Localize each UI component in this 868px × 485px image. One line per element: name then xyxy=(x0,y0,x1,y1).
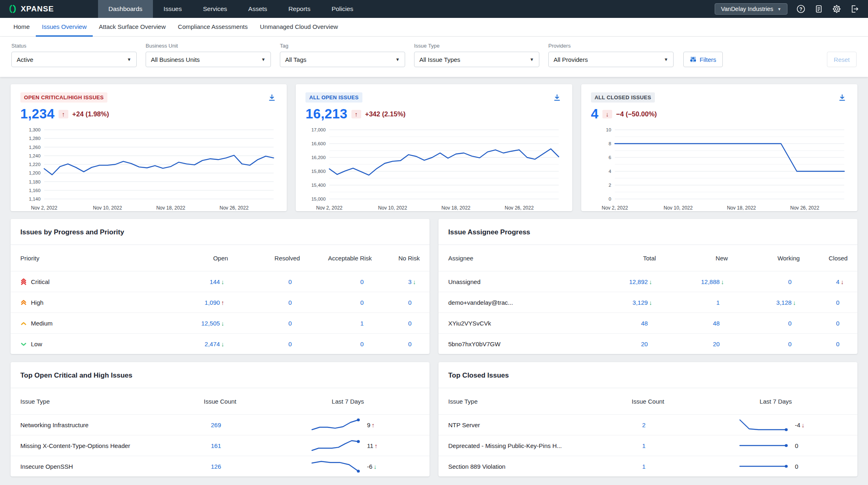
count-link[interactable]: 0 xyxy=(408,299,412,306)
count-link[interactable]: 1 xyxy=(642,442,646,449)
count-link[interactable]: 20 xyxy=(713,341,720,347)
tag-select[interactable]: All Tags▼ xyxy=(280,52,405,67)
value-cell: 0 xyxy=(728,320,800,327)
account-menu-button[interactable]: VanDelay Industries ▼ xyxy=(715,3,787,15)
value-cell: 0 xyxy=(228,299,300,306)
download-icon[interactable] xyxy=(837,92,848,103)
count-link[interactable]: 2 xyxy=(642,422,646,428)
table-body: NTP Server2-4↓Deprecated - Missing Publi… xyxy=(438,414,857,476)
table-row: Medium12,505↓010 xyxy=(11,312,430,333)
table-body: Networking Infrastructure2699↑Missing X-… xyxy=(11,414,430,476)
kpi-line-chart: 17,00016,60016,20015,80015,40015,000Nov … xyxy=(305,126,562,213)
count-link[interactable]: 1,090 xyxy=(205,299,220,306)
svg-text:8: 8 xyxy=(608,141,611,146)
trend-value: 0 xyxy=(795,442,813,449)
count-link[interactable]: 1 xyxy=(716,299,720,306)
count-link[interactable]: 161 xyxy=(211,442,221,449)
filter-issue-type-label: Issue Type xyxy=(414,43,539,49)
count-link[interactable]: 48 xyxy=(713,320,720,327)
count-link[interactable]: 48 xyxy=(641,320,648,327)
filter-tag: Tag All Tags▼ xyxy=(280,43,405,67)
sparkline xyxy=(310,439,360,452)
filter-providers-label: Providers xyxy=(548,43,674,49)
filter-status-label: Status xyxy=(11,43,137,49)
count-link[interactable]: 0 xyxy=(836,320,840,327)
count-link[interactable]: 3,128 xyxy=(776,299,792,306)
status-select[interactable]: Active▼ xyxy=(11,52,137,67)
issue-type-select[interactable]: All Issue Types▼ xyxy=(414,52,539,67)
download-icon[interactable] xyxy=(266,92,277,103)
count-link[interactable]: 0 xyxy=(288,299,292,306)
value-cell: 0 xyxy=(728,278,800,285)
svg-text:Nov 2, 2022: Nov 2, 2022 xyxy=(31,205,57,211)
count-link[interactable]: 4 xyxy=(836,278,840,285)
logout-icon[interactable] xyxy=(850,4,859,13)
count-link[interactable]: 0 xyxy=(836,341,840,347)
count-link[interactable]: 1 xyxy=(360,320,364,327)
help-icon[interactable]: ? xyxy=(796,4,805,13)
tab-issues-overview[interactable]: Issues Overview xyxy=(36,18,93,37)
nav-item-issues[interactable]: Issues xyxy=(153,0,192,18)
filter-bar: Status Active▼ Business Unit All Busines… xyxy=(0,37,868,77)
svg-text:Nov 2, 2022: Nov 2, 2022 xyxy=(316,205,343,211)
kpi-value: 16,213 xyxy=(305,106,347,122)
value-cell: 2,474↓ xyxy=(140,341,228,347)
last-7-days-cell: -4↓ xyxy=(704,418,848,432)
count-link[interactable]: 0 xyxy=(360,341,364,347)
tab-unmanaged-cloud-overview[interactable]: Unmanaged Cloud Overview xyxy=(254,18,344,37)
count-link[interactable]: 12,888 xyxy=(701,278,720,285)
table-row: 5bno7hxY0bV7GW202000 xyxy=(438,333,857,354)
settings-icon[interactable] xyxy=(832,4,841,13)
top-closed-issues-card: Top Closed Issues Issue Type Issue Count… xyxy=(438,362,857,476)
column-header: Last 7 Days xyxy=(276,398,420,405)
nav-item-reports[interactable]: Reports xyxy=(278,0,321,18)
count-link[interactable]: 0 xyxy=(408,320,412,327)
count-link[interactable]: 0 xyxy=(360,278,364,285)
count-link[interactable]: 0 xyxy=(836,299,840,306)
svg-text:Nov 18, 2022: Nov 18, 2022 xyxy=(156,205,185,211)
nav-item-services[interactable]: Services xyxy=(192,0,238,18)
count-link[interactable]: 0 xyxy=(788,320,792,327)
business-unit-select[interactable]: All Business Units▼ xyxy=(146,52,271,67)
tab-compliance-assessments[interactable]: Compliance Assessments xyxy=(172,18,254,37)
table-row: Low2,474↓000 xyxy=(11,333,430,354)
report-icon[interactable] xyxy=(814,4,823,13)
kpi-value: 1,234 xyxy=(20,106,55,122)
count-link[interactable]: 1 xyxy=(642,463,646,470)
count-link[interactable]: 0 xyxy=(288,341,292,347)
providers-select[interactable]: All Providers▼ xyxy=(548,52,674,67)
count-link[interactable]: 144 xyxy=(210,278,220,285)
nav-item-policies[interactable]: Policies xyxy=(321,0,364,18)
count-link[interactable]: 0 xyxy=(360,299,364,306)
count-link[interactable]: 12,505 xyxy=(201,320,220,327)
download-icon[interactable] xyxy=(552,92,563,103)
count-link[interactable]: 0 xyxy=(288,320,292,327)
count-link[interactable]: 3,129 xyxy=(632,299,648,306)
trend-text: −4 (−50.00%) xyxy=(616,110,657,118)
count-link[interactable]: 20 xyxy=(641,341,648,347)
count-link[interactable]: 0 xyxy=(788,341,792,347)
value-cell: 269 xyxy=(164,422,276,428)
top-open-critical-high-issues-card: Top Open Critical and High Issues Issue … xyxy=(11,362,430,476)
count-link[interactable]: 0 xyxy=(408,341,412,347)
filters-button[interactable]: Filters xyxy=(683,52,723,67)
nav-item-assets[interactable]: Assets xyxy=(238,0,278,18)
count-link[interactable]: 3 xyxy=(408,278,412,285)
svg-text:1,280: 1,280 xyxy=(29,136,41,141)
trend-arrow: ↑ xyxy=(221,299,228,306)
nav-item-dashboards[interactable]: Dashboards xyxy=(98,0,153,18)
tab-attack-surface-overview[interactable]: Attack Surface Overview xyxy=(93,18,172,37)
chevron-down-icon: ▼ xyxy=(664,57,668,62)
tab-home[interactable]: Home xyxy=(7,18,36,37)
row-label: Section 889 Violation xyxy=(448,463,592,470)
count-link[interactable]: 12,892 xyxy=(629,278,648,285)
chevron-down-icon: ▼ xyxy=(530,57,534,62)
count-link[interactable]: 126 xyxy=(211,463,221,470)
reset-button[interactable]: Reset xyxy=(827,52,857,67)
trend-text: +24 (1.98%) xyxy=(72,110,109,118)
count-link[interactable]: 0 xyxy=(288,278,292,285)
count-link[interactable]: 269 xyxy=(211,422,221,428)
count-link[interactable]: 0 xyxy=(788,278,792,285)
table-row: XYiu2VYSvCVk484800 xyxy=(438,312,857,333)
count-link[interactable]: 2,474 xyxy=(205,341,220,347)
